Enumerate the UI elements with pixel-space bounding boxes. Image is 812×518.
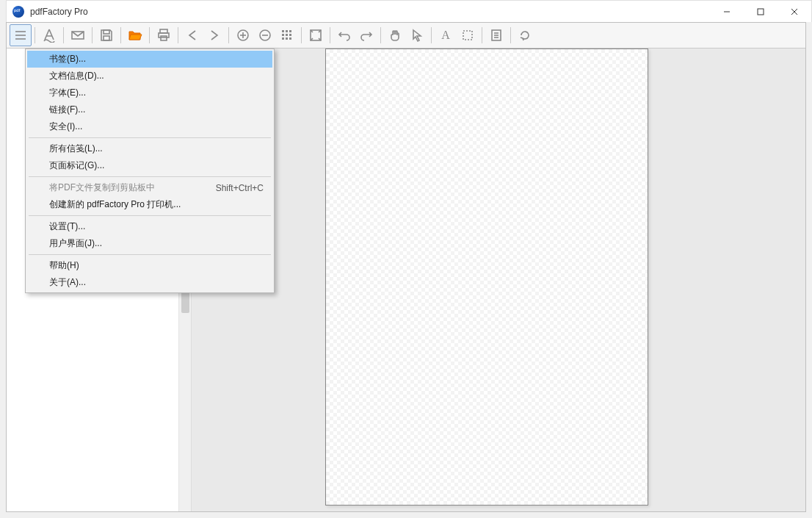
- menu-item-label: 用户界面(J)...: [49, 237, 102, 250]
- menu-item-label: 帮助(H): [49, 259, 79, 272]
- fit-page-button[interactable]: [305, 24, 327, 46]
- menu-separator: [29, 176, 271, 177]
- svg-rect-1: [758, 9, 764, 15]
- save-button[interactable]: [95, 24, 117, 46]
- menu-item-label: 关于(A)...: [49, 276, 86, 289]
- menu-item-label: 设置(T)...: [49, 220, 85, 233]
- svg-rect-26: [289, 37, 291, 40]
- svg-rect-24: [282, 37, 284, 40]
- hamburger-menu-button[interactable]: [10, 24, 32, 46]
- svg-rect-11: [159, 33, 169, 37]
- svg-rect-8: [104, 30, 109, 34]
- svg-rect-18: [282, 30, 284, 32]
- menu-item-shortcut: Shift+Ctrl+C: [216, 183, 264, 193]
- page-preview[interactable]: [325, 48, 648, 506]
- menu-item-label: 字体(E)...: [49, 87, 86, 99]
- menu-item[interactable]: 链接(F)...: [27, 101, 272, 118]
- mail-button[interactable]: [67, 24, 89, 46]
- toolbar-separator: [228, 27, 229, 43]
- svg-rect-22: [286, 34, 288, 36]
- window-title: pdfFactory Pro: [30, 7, 88, 17]
- notes-button[interactable]: [485, 24, 507, 46]
- menu-item[interactable]: 设置(T)...: [27, 218, 272, 235]
- svg-rect-29: [463, 31, 472, 40]
- zoom-out-button[interactable]: [254, 24, 276, 46]
- menu-item[interactable]: 用户界面(J)...: [27, 235, 272, 252]
- toolbar-separator: [35, 27, 35, 43]
- close-button[interactable]: [777, 1, 811, 23]
- menu-separator: [29, 137, 271, 138]
- menu-item-label: 文档信息(D)...: [49, 70, 104, 82]
- menu-item[interactable]: 安全(I)...: [27, 118, 272, 135]
- pdf-button[interactable]: [38, 24, 60, 46]
- pointer-button[interactable]: [406, 24, 428, 46]
- menu-item-label: 链接(F)...: [49, 104, 85, 116]
- menu-item[interactable]: 页面标记(G)...: [27, 157, 272, 174]
- toolbar-separator: [431, 27, 432, 43]
- menu-item[interactable]: 字体(E)...: [27, 84, 272, 101]
- menu-item-label: 将PDF文件复制到剪贴板中: [49, 181, 155, 194]
- menu-separator: [29, 215, 271, 216]
- menu-separator: [29, 254, 271, 255]
- window-controls: [710, 1, 811, 23]
- zoom-in-button[interactable]: [232, 24, 254, 46]
- open-button[interactable]: [124, 24, 146, 46]
- toolbar-separator: [482, 27, 482, 43]
- titlebar: pdfFactory Pro: [6, 0, 812, 22]
- preview-panel: [192, 48, 805, 511]
- rotate-button[interactable]: [514, 24, 536, 46]
- text-button[interactable]: A: [435, 24, 457, 46]
- menu-item-label: 书签(B)...: [49, 53, 86, 65]
- svg-rect-19: [286, 30, 288, 32]
- svg-rect-23: [289, 34, 291, 36]
- menu-item[interactable]: 帮助(H): [27, 257, 272, 274]
- toolbar: A: [7, 23, 805, 48]
- menu-item[interactable]: 书签(B)...: [27, 51, 272, 68]
- toolbar-separator: [92, 27, 93, 43]
- svg-rect-25: [286, 37, 288, 40]
- menu-item-label: 页面标记(G)...: [49, 159, 104, 172]
- thumbnails-button[interactable]: [276, 24, 298, 46]
- toolbar-separator: [63, 27, 64, 43]
- toolbar-separator: [330, 27, 330, 43]
- svg-rect-20: [289, 30, 291, 32]
- app-icon: [12, 6, 24, 18]
- menu-item[interactable]: 创建新的 pdfFactory Pro 打印机...: [27, 196, 272, 213]
- toolbar-separator: [380, 27, 381, 43]
- forward-button[interactable]: [203, 24, 225, 46]
- toolbar-separator: [120, 27, 121, 43]
- pan-button[interactable]: [384, 24, 406, 46]
- svg-rect-12: [161, 36, 167, 40]
- app-window: A 书签(B)...文档信息(D)...字体(E)...链接(F)...安全(I…: [6, 22, 806, 512]
- svg-text:A: A: [441, 29, 450, 41]
- menu-item[interactable]: 关于(A)...: [27, 274, 272, 291]
- menu-item-label: 安全(I)...: [49, 120, 82, 133]
- minimize-button[interactable]: [710, 1, 744, 23]
- toolbar-separator: [301, 27, 302, 43]
- crop-button[interactable]: [457, 24, 479, 46]
- toolbar-separator: [510, 27, 511, 43]
- menu-item-label: 创建新的 pdfFactory Pro 打印机...: [49, 198, 181, 211]
- menu-item[interactable]: 文档信息(D)...: [27, 68, 272, 84]
- toolbar-separator: [178, 27, 178, 43]
- back-button[interactable]: [181, 24, 203, 46]
- undo-button[interactable]: [333, 24, 355, 46]
- print-button[interactable]: [153, 24, 175, 46]
- menu-item-label: 所有信笺(L)...: [49, 143, 103, 155]
- svg-rect-21: [282, 34, 284, 36]
- toolbar-separator: [149, 27, 150, 43]
- redo-button[interactable]: [355, 24, 377, 46]
- svg-rect-9: [104, 36, 109, 40]
- maximize-button[interactable]: [744, 1, 777, 23]
- menu-item[interactable]: 所有信笺(L)...: [27, 140, 272, 157]
- menu-item[interactable]: 将PDF文件复制到剪贴板中Shift+Ctrl+C: [27, 179, 272, 196]
- main-menu-dropdown: 书签(B)...文档信息(D)...字体(E)...链接(F)...安全(I).…: [25, 48, 275, 293]
